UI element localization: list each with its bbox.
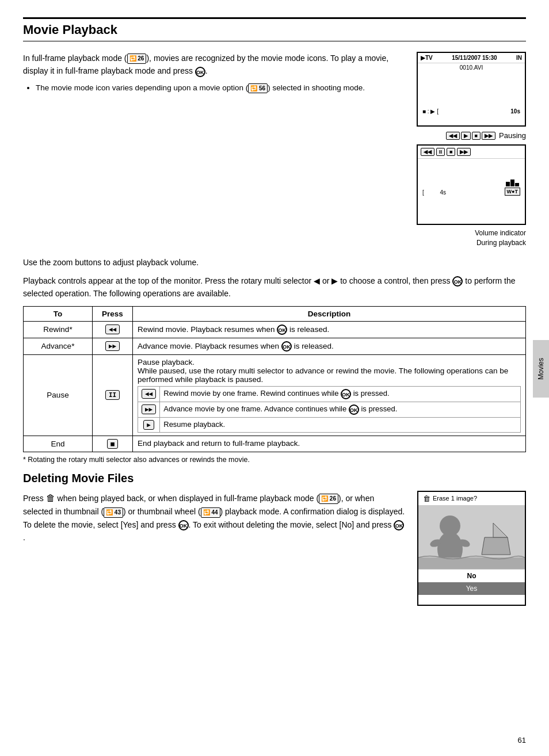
row-advance-to: Advance* [24,338,93,354]
pausing-text: Pausing [499,131,526,140]
intro-section: In full-frame playback mode (🔁 26), movi… [23,52,526,248]
bullet-item-1: The movie mode icon varies depending upo… [36,82,399,94]
ok-icon-nested-rw: OK [341,389,351,399]
nested-row-rewind: ◀◀ Rewind movie by one frame. Rewind con… [138,386,521,402]
intro-text: In full-frame playback mode (🔁 26), movi… [23,52,399,248]
svg-rect-7 [418,558,525,569]
stop-btn-icon: ■ [107,439,118,449]
deleting-title: Deleting Movie Files [23,472,526,485]
nested-advance-btn: ▶▶ [142,404,156,414]
screen2-controls: ◀◀ II ■ ▶▶ [418,146,525,159]
nested-row-advance: ▶▶ Advance movie by one frame. Advance c… [138,402,521,417]
ctrl-ff-icon: ▶▶ [482,132,495,140]
row-rewind-desc: Rewind movie. Playback resumes when OK i… [133,321,526,338]
playback-zoom-text: Use the zoom buttons to adjust playback … [23,256,526,269]
ctrl2-stop: ■ [447,148,455,156]
ctrl2-rewind: ◀◀ [421,148,434,156]
row-end-press: ■ [93,436,133,452]
table-row-end: End ■ End playback and return to full-fr… [24,436,526,452]
volume-bars [506,180,519,186]
pause-controls-icon: ◀◀ ▶ ■ ▶▶ [446,132,495,140]
nested-play-btn: ▶ [143,420,154,430]
row-rewind-press: ◀◀ [93,321,133,338]
table-header-to: To [24,306,93,321]
rewind-btn-icon: ◀◀ [105,324,120,334]
dialog-title-text: Erase 1 image? [433,495,477,502]
screen2-time: [ 4s [422,189,446,196]
page-title: Movie Playback [23,17,526,41]
screen-filename: 0010.AVI [418,63,525,72]
svg-marker-5 [482,537,510,555]
ref-icon-2: 🔁 56 [248,83,268,93]
volume-indicator: W●T [505,180,520,196]
screen-top-bar: ▶TV 15/11/2007 15:30 IN [418,53,525,63]
dialog-no-option[interactable]: No [418,569,525,582]
deleting-paragraph: Press 🗑 when being played back, or when … [23,491,406,544]
nested-rewind-btn: ◀◀ [142,389,156,399]
screen-mode-icon: ▶TV [421,55,433,61]
row-pause-to: Pause [24,354,93,436]
del-ref3: 🔁 44 [201,507,220,518]
deleting-content: Press 🗑 when being played back, or when … [23,491,526,606]
nested-rewind-text: Rewind movie by one frame. Rewind contin… [160,386,521,402]
intro-paragraph1: In full-frame playback mode (🔁 26), movi… [23,52,399,78]
sidebar-text: Movies [537,358,545,380]
nested-advance-text: Advance movie by one frame. Advance cont… [160,402,521,417]
camera-screenshots: ▶TV 15/11/2007 15:30 IN 0010.AVI ■ : ▶ [… [411,52,526,248]
delete-dialog: 🗑 Erase 1 image? [417,491,526,606]
deleting-section: Deleting Movie Files Press 🗑 when being … [23,472,526,606]
table-row-advance: Advance* ▶▶ Advance movie. Playback resu… [24,338,526,354]
screen-type-icon: IN [516,55,522,61]
dialog-title-bar: 🗑 Erase 1 image? [418,492,525,506]
ctrl-stop-icon: ■ [472,132,481,140]
volume-indicator-label: Volume indicator During playback [475,228,526,248]
pause-nested-table: ◀◀ Rewind movie by one frame. Rewind con… [138,386,521,433]
nested-advance-icon: ▶▶ [138,402,160,417]
pause-desc-main: Pause playback. While paused, use the ro… [138,358,521,384]
nested-resume-text: Resume playback. [160,417,521,432]
dialog-image [418,506,525,569]
table-row-rewind: Rewind* ◀◀ Rewind movie. Playback resume… [24,321,526,338]
table-header-press: Press [93,306,133,321]
advance-btn-icon: ▶▶ [105,341,120,351]
ok-icon-inline: OK [452,276,463,287]
ok-icon-advance: OK [281,341,292,352]
nested-rewind-icon: ◀◀ [138,386,160,402]
screen-bottom-icons: ■ : ▶ [ [422,108,439,114]
screen-date: 15/11/2007 15:30 [452,55,497,61]
nested-row-resume: ▶ Resume playback. [138,417,521,432]
ctrl-rewind-icon: ◀◀ [446,132,460,140]
row-advance-desc: Advance movie. Playback resumes when OK … [133,338,526,354]
pausing-label-row: ◀◀ ▶ ■ ▶▶ Pausing [446,131,526,140]
vol-bar-3 [515,183,519,186]
del-ref1: 🔁 26 [319,494,338,504]
ref-icon-1: 🔁 26 [127,54,147,64]
ctrl2-ff: ▶▶ [457,148,471,156]
vol-bar-1 [506,182,510,186]
del-ref2: 🔁 43 [104,507,123,518]
ok-icon-nested-adv: OK [349,404,359,415]
row-end-to: End [24,436,93,452]
row-pause-desc: Pause playback. While paused, use the ro… [133,354,526,436]
ctrl-play-icon: ▶ [461,132,471,140]
ctrl2-pause: II [436,148,445,156]
pause-btn-icon: II [105,390,120,400]
table-footnote: * Rotating the rotary multi selector als… [23,456,526,464]
page-number: 61 [518,736,526,744]
row-advance-press: ▶▶ [93,338,133,354]
dialog-yes-option[interactable]: Yes [418,582,525,595]
dialog-trash-icon: 🗑 [423,494,430,503]
camera-screen-playing: ▶TV 15/11/2007 15:30 IN 0010.AVI ■ : ▶ [… [417,52,526,127]
ok-icon-rewind: OK [277,324,287,335]
row-end-desc: End playback and return to full-frame pl… [133,436,526,452]
table-row-pause: Pause II Pause playback. While paused, u… [24,354,526,436]
ok-icon-del1: OK [178,520,189,530]
operations-table: To Press Description Rewind* ◀◀ Rewind m… [23,306,526,452]
camera-screen-paused: ◀◀ II ■ ▶▶ W●T [ 4s [417,144,526,225]
screen-duration: 10s [510,108,520,114]
deleting-text: Press 🗑 when being played back, or when … [23,491,406,606]
ok-button-icon: OK [195,67,205,77]
table-header-desc: Description [133,306,526,321]
row-rewind-to: Rewind* [24,321,93,338]
vol-bar-2 [510,180,514,186]
